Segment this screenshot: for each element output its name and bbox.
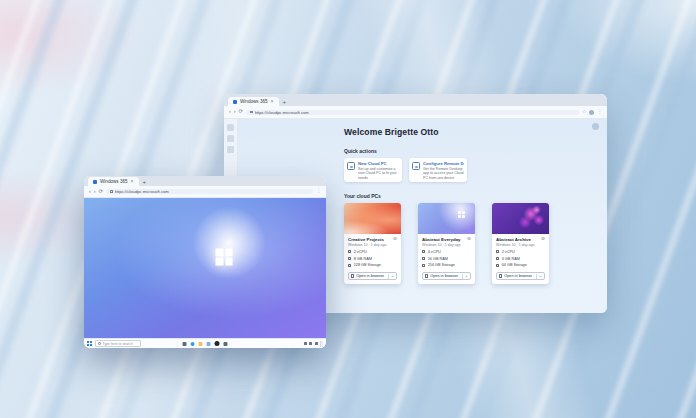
windows-desktop-wallpaper: [84, 198, 326, 338]
new-tab-button[interactable]: +: [143, 179, 147, 186]
cloud-pc-browser-window: Windows 365 × + ‹ › ⟳ https://cloudpc.mi…: [84, 176, 326, 348]
quick-action-text: New Cloud PC Set up and customize a new …: [358, 161, 399, 179]
spec-row: 16 GB RAM: [422, 257, 471, 261]
desktop-toolbar: ‹ › ⟳ https://cloudpc.microsoft.com ⋮: [84, 186, 326, 198]
cpu-value: 2 vCPU: [354, 250, 367, 254]
ram-icon: [496, 257, 499, 260]
refresh-button[interactable]: ⟳: [99, 189, 104, 194]
storage-icon: [348, 264, 351, 267]
storage-value: 128 GB Storage: [354, 263, 381, 267]
ram-value: 8 GB RAM: [354, 257, 372, 261]
chevron-down-icon[interactable]: ⌄: [539, 274, 542, 278]
cloud-pc-card: Abstract Archive ⚙ Windows 10 · 1 day ag…: [492, 203, 549, 284]
gear-icon[interactable]: ⚙: [393, 237, 397, 242]
quick-actions-row: New Cloud PC Set up and customize a new …: [344, 158, 597, 182]
storage-icon: [496, 264, 499, 267]
back-button[interactable]: ‹: [89, 189, 91, 194]
ram-value: 4 GB RAM: [502, 257, 520, 261]
start-button[interactable]: [87, 341, 92, 346]
desktop-browser-tab[interactable]: Windows 365 ×: [88, 177, 139, 186]
nav-rail-home-icon[interactable]: [227, 124, 234, 131]
cpu-icon: [496, 250, 499, 253]
toolbar-right-icons: ☆ ⋮: [582, 110, 602, 115]
open-button-label: Open in browser: [356, 274, 384, 278]
windows365-favicon: [93, 180, 97, 184]
cpu-icon: [348, 250, 351, 253]
cloud-pc-meta: Windows 10 · 1 day ago: [422, 243, 471, 247]
search-placeholder: Type here to search: [103, 342, 133, 346]
portal-tab-strip: Windows 365 × +: [224, 94, 607, 106]
show-desktop-button[interactable]: [320, 341, 323, 347]
taskbar-search-box[interactable]: Type here to search: [95, 340, 141, 347]
open-in-browser-button[interactable]: Open in browser ⌄: [422, 272, 471, 281]
bookmark-star-icon[interactable]: ☆: [582, 110, 586, 115]
cloud-pc-name: Creative Projects: [348, 237, 384, 242]
cloud-pc-thumbnail: [492, 203, 549, 234]
tab-close-icon[interactable]: ×: [131, 179, 134, 184]
nav-rail-apps-icon[interactable]: [227, 146, 234, 153]
chevron-down-icon[interactable]: ⌄: [465, 274, 468, 278]
gear-icon[interactable]: ⚙: [541, 237, 545, 242]
welcome-heading: Welcome Brigette Otto: [344, 127, 597, 137]
task-view-icon[interactable]: [183, 342, 187, 346]
portal-browser-tab[interactable]: Windows 365 ×: [228, 97, 279, 106]
open-in-browser-button[interactable]: Open in browser ⌄: [496, 272, 545, 281]
storage-value: 64 GB Storage: [502, 263, 527, 267]
gear-icon[interactable]: ⚙: [467, 237, 471, 242]
cloud-pc-card: Abstract Everyday ⚙ Windows 10 · 1 day a…: [418, 203, 475, 284]
network-icon[interactable]: [304, 342, 307, 345]
cloud-pc-name: Abstract Archive: [496, 237, 531, 242]
chevron-down-icon[interactable]: ⌄: [391, 274, 394, 278]
quick-action-description: Get the Remote Desktop app to access you…: [423, 167, 464, 179]
spec-row: 128 GB Storage: [348, 263, 397, 267]
url-text: https://cloudpc.microsoft.com: [115, 189, 169, 194]
back-button[interactable]: ‹: [229, 109, 231, 114]
url-text: https://cloudpc.microsoft.com: [255, 110, 309, 115]
microsoft-store-icon[interactable]: [207, 342, 211, 346]
desktop-tab-strip: Windows 365 × +: [84, 176, 326, 186]
button-divider: [462, 274, 463, 279]
ram-icon: [422, 257, 425, 260]
app-icon-dark[interactable]: [215, 341, 220, 346]
spec-row: 4 GB RAM: [496, 257, 545, 261]
mail-app-icon[interactable]: [224, 342, 228, 346]
quick-action-configure-remote-desktop[interactable]: Configure Remote Desktop Get the Remote …: [409, 158, 467, 182]
forward-button[interactable]: ›: [234, 109, 236, 114]
cloud-pcs-label: Your cloud PCs: [344, 193, 597, 199]
new-tab-button[interactable]: +: [283, 99, 287, 106]
address-bar[interactable]: https://cloudpc.microsoft.com: [106, 189, 313, 194]
windows-logo: [216, 248, 233, 265]
cpu-value: 2 vCPU: [502, 250, 515, 254]
file-explorer-icon[interactable]: [199, 342, 203, 346]
browser-menu-icon[interactable]: ⋮: [597, 110, 602, 115]
open-button-label: Open in browser: [430, 274, 458, 278]
spec-row: 64 GB Storage: [496, 263, 545, 267]
volume-icon[interactable]: [309, 342, 312, 345]
browser-window-icon: [425, 274, 428, 277]
browser-menu-icon[interactable]: ⋮: [316, 189, 321, 194]
cloud-pc-meta: Windows 10 · 1 day ago: [496, 243, 545, 247]
open-in-browser-button[interactable]: Open in browser ⌄: [348, 272, 397, 281]
cloud-pc-card: Creative Projects ⚙ Windows 10 · 1 day a…: [344, 203, 401, 284]
user-avatar[interactable]: [592, 123, 599, 130]
search-icon: [98, 342, 101, 345]
forward-button[interactable]: ›: [94, 189, 96, 194]
ram-value: 16 GB RAM: [428, 257, 448, 261]
refresh-button[interactable]: ⟳: [239, 109, 244, 114]
cpu-value: 4 vCPU: [428, 250, 441, 254]
storage-value: 256 GB Storage: [428, 263, 455, 267]
edge-browser-icon[interactable]: [191, 342, 195, 346]
quick-action-title: New Cloud PC: [358, 161, 399, 166]
ram-icon: [348, 257, 351, 260]
tab-close-icon[interactable]: ×: [271, 99, 274, 104]
cloud-pc-meta: Windows 10 · 1 day ago: [348, 243, 397, 247]
address-bar[interactable]: https://cloudpc.microsoft.com: [246, 110, 579, 115]
notifications-icon[interactable]: [315, 342, 318, 345]
cloud-pc-row: Creative Projects ⚙ Windows 10 · 1 day a…: [344, 203, 597, 284]
tab-title: Windows 365: [100, 179, 128, 184]
quick-actions-label: Quick actions: [344, 148, 597, 154]
portal-toolbar: ‹ › ⟳ https://cloudpc.microsoft.com ☆ ⋮: [224, 106, 607, 119]
browser-profile-avatar[interactable]: [589, 110, 594, 115]
nav-rail-devices-icon[interactable]: [227, 135, 234, 142]
quick-action-new-cloud-pc[interactable]: New Cloud PC Set up and customize a new …: [344, 158, 402, 182]
